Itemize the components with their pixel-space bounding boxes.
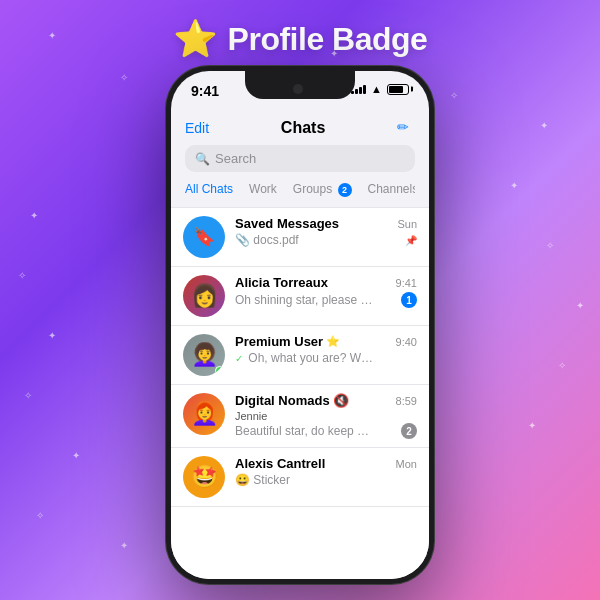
avatar-premium: 👩‍🦱 — [183, 334, 225, 376]
chat-time-alexis: Mon — [396, 458, 417, 470]
pin-icon: 📌 — [405, 235, 417, 246]
chat-top-alicia: Alicia Torreaux 9:41 — [235, 275, 417, 290]
groups-badge: 2 — [338, 183, 352, 197]
chat-item-premium[interactable]: 👩‍🦱 Premium User ⭐ 9:40 ✓ Oh, what you a… — [171, 326, 429, 385]
phone-screen: 9:41 ▲ Edit Chats — [171, 71, 429, 579]
chat-name-digital: Digital Nomads 🔇 — [235, 393, 349, 408]
alicia-face: 👩 — [183, 275, 225, 317]
bookmark-icon: 🔖 — [193, 226, 215, 248]
chat-name-premium: Premium User ⭐ — [235, 334, 340, 349]
chat-item-digital[interactable]: 👩‍🦰 Digital Nomads 🔇 8:59 Jennie Beautif… — [171, 385, 429, 448]
tab-all-chats[interactable]: All Chats — [185, 180, 241, 199]
search-bar[interactable]: 🔍 Search — [185, 145, 415, 172]
chat-body-alicia: Alicia Torreaux 9:41 Oh shining star, pl… — [235, 275, 417, 308]
phone-frame: 9:41 ▲ Edit Chats — [165, 65, 435, 585]
wifi-icon: ▲ — [371, 83, 382, 95]
notch-camera — [293, 84, 303, 94]
chat-time-saved: Sun — [397, 218, 417, 230]
chat-name-alicia: Alicia Torreaux — [235, 275, 328, 290]
tick-icon: ✓ — [235, 353, 243, 364]
tab-work[interactable]: Work — [241, 180, 285, 199]
tab-channels[interactable]: Channels — [360, 180, 416, 199]
filter-tabs: All Chats Work Groups 2 Channels Bots — [185, 180, 415, 199]
page-title: Chats — [281, 119, 325, 137]
chat-preview-alicia: Oh shining star, please look down for me… — [235, 293, 375, 307]
alexis-face: 🤩 — [183, 456, 225, 498]
banner-star-icon: ⭐ — [173, 18, 218, 60]
chat-body-alexis: Alexis Cantrell Mon 😀 Sticker — [235, 456, 417, 487]
chat-meta-digital: Beautiful star, do keep your eyes on me!… — [235, 423, 417, 439]
chat-body-saved: Saved Messages Sun 📎 docs.pdf 📌 — [235, 216, 417, 247]
chat-preview-digital: Beautiful star, do keep your eyes on me! — [235, 424, 375, 438]
chat-meta-alicia: Oh shining star, please look down for me… — [235, 292, 417, 308]
chat-meta-alexis: 😀 Sticker — [235, 473, 417, 487]
edit-button[interactable]: Edit — [185, 120, 209, 136]
search-placeholder: Search — [215, 151, 256, 166]
unread-badge-alicia: 1 — [401, 292, 417, 308]
avatar-alexis: 🤩 — [183, 456, 225, 498]
status-time: 9:41 — [191, 83, 219, 99]
avatar-alicia: 👩 — [183, 275, 225, 317]
banner-title: Profile Badge — [228, 21, 428, 58]
chat-top-premium: Premium User ⭐ 9:40 — [235, 334, 417, 349]
chat-item-alexis[interactable]: 🤩 Alexis Cantrell Mon 😀 Sticker — [171, 448, 429, 507]
chat-item-saved[interactable]: 🔖 Saved Messages Sun 📎 docs.pdf 📌 — [171, 208, 429, 267]
unread-badge-digital: 2 — [401, 423, 417, 439]
chat-subname-digital: Jennie — [235, 410, 417, 422]
status-icons: ▲ — [351, 83, 409, 95]
tab-groups[interactable]: Groups 2 — [285, 180, 360, 199]
chat-item-alicia[interactable]: 👩 Alicia Torreaux 9:41 Oh shining star, … — [171, 267, 429, 326]
chat-list: 🔖 Saved Messages Sun 📎 docs.pdf 📌 — [171, 208, 429, 507]
avatar-saved: 🔖 — [183, 216, 225, 258]
chat-preview-alexis: 😀 Sticker — [235, 473, 290, 487]
chat-body-premium: Premium User ⭐ 9:40 ✓ Oh, what you are? … — [235, 334, 417, 365]
chat-body-digital: Digital Nomads 🔇 8:59 Jennie Beautiful s… — [235, 393, 417, 439]
avatar-digital: 👩‍🦰 — [183, 393, 225, 435]
premium-star-icon: ⭐ — [326, 335, 340, 348]
nav-bar: Edit Chats ✏ — [185, 119, 415, 137]
chat-name-saved: Saved Messages — [235, 216, 339, 231]
chat-time-digital: 8:59 — [396, 395, 417, 407]
chat-meta-premium: ✓ Oh, what you are? When you look down a… — [235, 351, 417, 365]
chat-meta-saved: 📎 docs.pdf 📌 — [235, 233, 417, 247]
chat-top-digital: Digital Nomads 🔇 8:59 — [235, 393, 417, 408]
chat-name-alexis: Alexis Cantrell — [235, 456, 325, 471]
telegram-content: Edit Chats ✏ 🔍 Search All Chats Work Gro… — [171, 115, 429, 579]
chat-top-saved: Saved Messages Sun — [235, 216, 417, 231]
digital-face: 👩‍🦰 — [183, 393, 225, 435]
chat-time-premium: 9:40 — [396, 336, 417, 348]
chat-top-alexis: Alexis Cantrell Mon — [235, 456, 417, 471]
search-icon: 🔍 — [195, 152, 210, 166]
phone-notch — [245, 71, 355, 99]
top-banner: ⭐ Profile Badge — [173, 18, 428, 60]
compose-button[interactable]: ✏ — [397, 119, 415, 137]
online-dot-premium — [215, 366, 224, 375]
chat-preview-premium: ✓ Oh, what you are? When you look down a… — [235, 351, 375, 365]
chat-time-alicia: 9:41 — [396, 277, 417, 289]
battery-icon — [387, 84, 409, 95]
chat-header: Edit Chats ✏ 🔍 Search All Chats Work Gro… — [171, 115, 429, 208]
chat-preview-saved: 📎 docs.pdf — [235, 233, 299, 247]
